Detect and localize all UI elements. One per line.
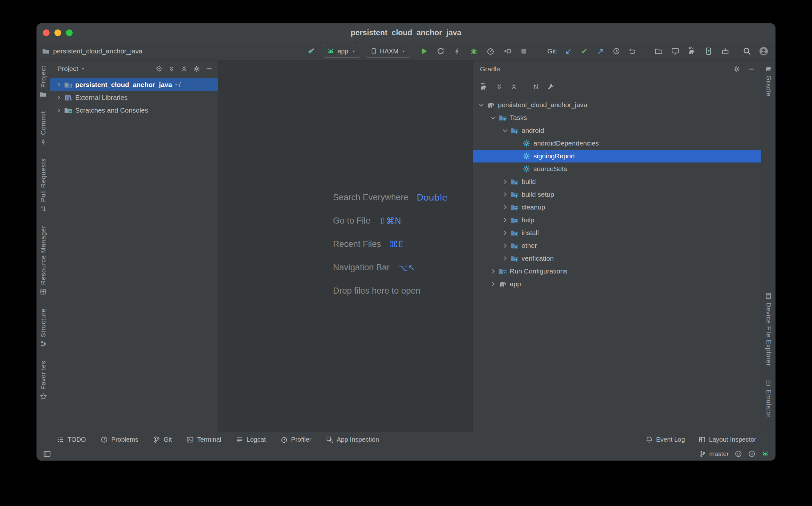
tab-layout-inspector[interactable]: Layout Inspector: [698, 436, 756, 443]
android-status-button[interactable]: [761, 450, 769, 458]
terminal-icon: [186, 436, 194, 443]
gradle-task-sourcesets[interactable]: sourceSets: [473, 163, 761, 175]
tab-profiler[interactable]: Profiler: [280, 436, 311, 443]
run-buttons: [418, 46, 529, 57]
chevron-down-icon[interactable]: [81, 67, 85, 71]
tab-problems[interactable]: Problems: [100, 436, 138, 443]
sidebar-tab-favorites[interactable]: Favorites: [40, 360, 47, 400]
sidebar-tab-pull-requests[interactable]: Pull Requests: [40, 158, 47, 213]
tab-terminal[interactable]: Terminal: [186, 436, 221, 443]
sdk-manager-button[interactable]: [720, 46, 731, 57]
sidebar-tab-commit[interactable]: Commit: [40, 111, 47, 146]
hide-panel-button[interactable]: [205, 65, 213, 73]
history-button[interactable]: [611, 46, 622, 57]
push-button[interactable]: ↗: [595, 46, 606, 57]
tab-app-inspection[interactable]: App Inspection: [326, 436, 379, 443]
gradle-tree-row-run-configurations[interactable]: Run Configurations: [473, 265, 761, 278]
panel-settings-button[interactable]: [193, 65, 200, 73]
tree-row-label: External Libraries: [75, 94, 127, 101]
collapse-all-button[interactable]: [180, 65, 188, 73]
locate-file-button[interactable]: [155, 65, 163, 73]
gradle-tree-row-app[interactable]: app: [473, 278, 761, 290]
run-configurations-folder-icon: [498, 267, 507, 276]
gradle-tree-row-verification[interactable]: verification: [473, 252, 761, 265]
tab-todo[interactable]: TODO: [57, 436, 86, 443]
profile-app-button[interactable]: [485, 46, 496, 57]
profile-avatar-button[interactable]: [758, 46, 769, 57]
gradle-tree-row-cleanup[interactable]: cleanup: [473, 201, 761, 214]
gradle-tree-row-install[interactable]: install: [473, 227, 761, 239]
project-panel-title[interactable]: Project: [57, 65, 78, 73]
gradle-sync-button[interactable]: [686, 46, 697, 57]
gradle-expand-all-button[interactable]: [495, 83, 503, 90]
run-button[interactable]: [418, 46, 429, 57]
sidebar-tab-emulator[interactable]: Emulator: [765, 379, 772, 418]
sidebar-tab-structure[interactable]: Structure: [40, 308, 47, 348]
tab-label: Logcat: [247, 436, 266, 443]
gradle-build-settings-button[interactable]: [547, 83, 555, 90]
folder-icon: [40, 90, 47, 98]
feedback-happy-button[interactable]: [735, 450, 742, 458]
feedback-sad-button[interactable]: [748, 450, 756, 458]
apply-changes-button[interactable]: [452, 46, 463, 57]
tree-row-path: ~/: [175, 81, 181, 89]
gradle-tree-row-android[interactable]: android: [473, 124, 761, 137]
gradle-tree-row-help[interactable]: help: [473, 214, 761, 227]
gradle-settings-button[interactable]: [733, 65, 741, 73]
gradle-tree-row-other[interactable]: other: [473, 239, 761, 252]
expand-all-button[interactable]: [168, 65, 176, 73]
collapse-all-icon: [180, 65, 188, 73]
gradle-collapse-all-button[interactable]: [510, 83, 518, 90]
editor-area[interactable]: Search Everywhere Double Go to File ⇧⌘N …: [218, 61, 473, 432]
git-toolbar-group: Git: ↙ ✔ ↗: [547, 46, 638, 57]
chevron-right-icon: [55, 94, 62, 101]
gradle-tree-row-build[interactable]: build: [473, 175, 761, 188]
build-button[interactable]: [306, 46, 317, 57]
gradle-tree-row-tasks[interactable]: Tasks: [473, 111, 761, 124]
gradle-offline-toggle-button[interactable]: [532, 83, 540, 90]
gradle-reload-button[interactable]: [479, 82, 488, 91]
restart-activity-button[interactable]: [435, 46, 446, 57]
zoom-window-button[interactable]: [66, 29, 73, 36]
sidebar-tab-device-file-explorer[interactable]: Device File Explorer: [765, 292, 772, 366]
hide-gradle-panel-button[interactable]: [748, 65, 755, 73]
tool-window-switcher-button[interactable]: [43, 450, 51, 458]
commit-button[interactable]: ✔: [579, 46, 590, 57]
gradle-elephant-icon: [765, 65, 772, 73]
tree-row-external-libraries[interactable]: External Libraries: [50, 91, 218, 104]
update-project-button[interactable]: ↙: [563, 46, 574, 57]
arrow-down-left-icon: ↙: [565, 47, 572, 55]
tree-row-label: signingReport: [533, 152, 575, 160]
run-configuration-select[interactable]: app: [323, 45, 360, 58]
device-file-explorer-icon: [765, 292, 772, 300]
sidebar-tab-gradle[interactable]: Gradle: [765, 65, 772, 97]
toolbar-project-widget[interactable]: persistent_cloud_anchor_java: [42, 47, 142, 55]
minimize-window-button[interactable]: [54, 29, 61, 36]
tab-event-log[interactable]: Event Log: [646, 436, 685, 443]
gradle-tree-row-build-setup[interactable]: build setup: [473, 188, 761, 201]
tree-row-project-root[interactable]: persistent_cloud_anchor_java ~/: [50, 78, 218, 91]
attach-debugger-button[interactable]: [502, 46, 513, 57]
tab-git[interactable]: Git: [153, 436, 172, 443]
tab-label: TODO: [68, 436, 86, 443]
project-structure-button[interactable]: [653, 46, 664, 57]
tree-row-label: persistent_cloud_anchor_java: [75, 81, 172, 89]
gradle-tree-row-root[interactable]: persistent_cloud_anchor_java: [473, 98, 761, 111]
sidebar-tab-project[interactable]: Project: [40, 66, 47, 98]
running-devices-button[interactable]: [670, 46, 681, 57]
debug-button[interactable]: [468, 46, 479, 57]
gradle-task-androiddependencies[interactable]: androidDependencies: [473, 137, 761, 150]
close-window-button[interactable]: [43, 29, 50, 36]
gradle-task-signingreport[interactable]: signingReport: [473, 150, 761, 163]
tab-logcat[interactable]: Logcat: [236, 436, 266, 443]
device-select[interactable]: HAXM: [366, 45, 410, 58]
git-branch-widget[interactable]: master: [699, 450, 729, 458]
device-manager-button[interactable]: [703, 46, 714, 57]
chevron-down-icon: [351, 49, 356, 54]
tree-row-scratches[interactable]: Scratches and Consoles: [50, 104, 218, 117]
rollback-button[interactable]: [627, 46, 638, 57]
search-everywhere-button[interactable]: [742, 46, 752, 57]
sidebar-tab-resource-manager[interactable]: Resource Manager: [40, 226, 47, 296]
stop-button[interactable]: [518, 46, 529, 57]
branch-icon: [699, 451, 706, 457]
